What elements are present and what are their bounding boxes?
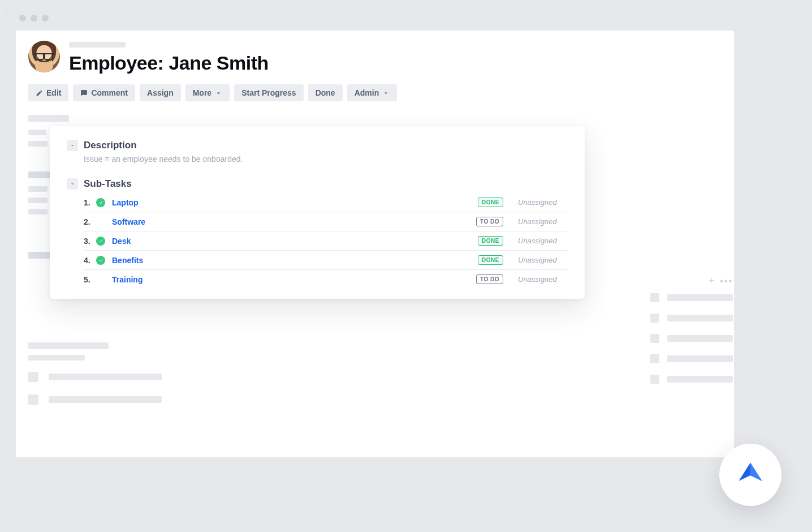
content-window: Employee: Jane Smith Edit Comment Assign…: [16, 31, 734, 457]
done-label: Done: [316, 88, 335, 97]
more-button[interactable]: More: [185, 84, 230, 101]
subtask-list: 1.LaptopDONEUnassigned2.SoftwareTO DOUna…: [67, 193, 568, 289]
avatar: [28, 41, 60, 72]
launcher-button[interactable]: [719, 444, 781, 506]
subtask-link[interactable]: Laptop: [112, 198, 139, 207]
collapse-subtasks-toggle[interactable]: [67, 178, 78, 190]
comment-icon: [80, 89, 88, 97]
browser-frame: Employee: Jane Smith Edit Comment Assign…: [6, 6, 806, 526]
status-badge: DONE: [478, 198, 503, 207]
subtask-number: 5.: [84, 275, 92, 284]
subtasks-title: Sub-Tasks: [84, 178, 132, 190]
right-skeleton: [650, 293, 733, 395]
check-icon: [96, 237, 105, 246]
subtask-row[interactable]: 2.SoftwareTO DOUnassigned: [84, 212, 568, 231]
check-icon: [96, 198, 105, 207]
toolbar: Edit Comment Assign More Start Progress …: [16, 74, 734, 101]
pencil-icon: [36, 89, 43, 97]
start-progress-label: Start Progress: [241, 88, 296, 97]
subtask-link[interactable]: Software: [112, 217, 145, 226]
lower-skeleton: [28, 342, 162, 417]
comment-label: Comment: [91, 88, 128, 97]
chevron-down-icon: [382, 89, 390, 97]
status-badge: TO DO: [476, 217, 503, 226]
status-badge: TO DO: [476, 274, 503, 284]
more-dots-icon[interactable]: •••: [720, 276, 733, 286]
subtask-number: 3.: [84, 237, 92, 246]
subtask-link[interactable]: Training: [112, 275, 142, 284]
subtasks-header: Sub-Tasks: [67, 178, 568, 190]
subtask-link[interactable]: Benefits: [112, 256, 143, 265]
assignee-label: Unassigned: [518, 237, 568, 245]
start-progress-button[interactable]: Start Progress: [234, 84, 303, 101]
subtask-row[interactable]: 4.BenefitsDONEUnassigned: [84, 251, 568, 270]
subtask-row[interactable]: 3.DeskDONEUnassigned: [84, 231, 568, 251]
chevron-down-icon: [70, 181, 75, 187]
page-title: Employee: Jane Smith: [69, 52, 269, 74]
body-area: Description Issue = an employee needs to…: [16, 101, 734, 115]
subtask-row[interactable]: 1.LaptopDONEUnassigned: [84, 193, 568, 212]
minimize-window-icon[interactable]: [31, 15, 37, 22]
edit-button[interactable]: Edit: [28, 84, 68, 101]
subtask-row[interactable]: 5.TrainingTO DOUnassigned: [84, 270, 568, 289]
window-controls: [19, 15, 49, 22]
paper-plane-icon: [735, 460, 766, 490]
admin-button[interactable]: Admin: [347, 84, 398, 101]
chevron-down-icon: [70, 143, 75, 148]
more-label: More: [193, 88, 211, 97]
status-badge: DONE: [478, 255, 503, 265]
admin-label: Admin: [355, 88, 379, 97]
subtask-number: 2.: [84, 217, 92, 226]
details-panel: Description Issue = an employee needs to…: [50, 126, 585, 299]
status-badge: DONE: [478, 236, 503, 246]
maximize-window-icon[interactable]: [42, 15, 49, 22]
comment-button[interactable]: Comment: [73, 84, 135, 101]
edit-label: Edit: [46, 88, 61, 97]
assignee-label: Unassigned: [518, 275, 568, 284]
assign-label: Assign: [147, 88, 174, 97]
assignee-label: Unassigned: [518, 256, 568, 264]
description-title: Description: [84, 140, 137, 151]
chevron-down-icon: [215, 89, 222, 97]
subtask-number: 1.: [84, 198, 92, 207]
subtask-number: 4.: [84, 256, 92, 265]
subtask-link[interactable]: Desk: [112, 237, 131, 246]
description-header: Description: [67, 140, 568, 151]
assignee-label: Unassigned: [518, 198, 568, 207]
assignee-label: Unassigned: [518, 217, 568, 226]
plus-icon[interactable]: +: [709, 275, 715, 287]
assign-button[interactable]: Assign: [140, 84, 181, 101]
page-header: Employee: Jane Smith: [16, 31, 734, 74]
breadcrumb: [69, 42, 126, 48]
close-window-icon[interactable]: [19, 15, 26, 22]
done-button[interactable]: Done: [308, 84, 343, 101]
description-text: Issue = an employee needs to be onboarde…: [67, 155, 568, 164]
add-row-controls: + •••: [709, 275, 733, 287]
collapse-description-toggle[interactable]: [67, 140, 78, 151]
check-icon: [96, 256, 105, 265]
